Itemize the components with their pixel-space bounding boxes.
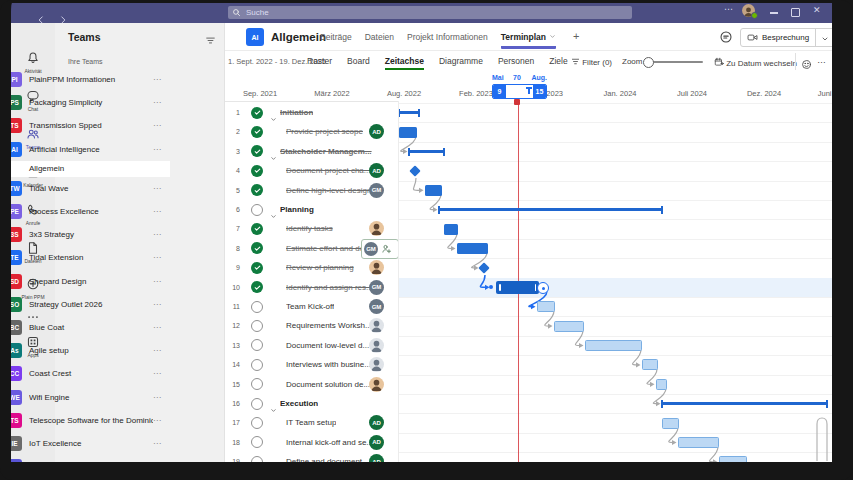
- filter-icon[interactable]: [205, 32, 216, 50]
- team-item[interactable]: IEIoT Excellence⋯: [0, 432, 170, 455]
- team-more-icon[interactable]: ⋯: [153, 230, 162, 239]
- task-status-circle[interactable]: [251, 378, 263, 390]
- task-row[interactable]: 12Requirements Worksh...: [225, 316, 398, 335]
- task-status-circle[interactable]: [251, 107, 263, 119]
- back-icon[interactable]: [36, 11, 46, 21]
- search-input[interactable]: [244, 7, 448, 18]
- gantt-bar[interactable]: [425, 185, 442, 196]
- gantt-bar[interactable]: [642, 359, 658, 370]
- smiley-icon[interactable]: [801, 56, 812, 74]
- zoom-slider-knob[interactable]: [643, 57, 654, 68]
- task-status-circle[interactable]: [251, 204, 263, 216]
- task-row[interactable]: 13Document low-level d...: [225, 336, 398, 355]
- titlebar-more-icon[interactable]: ⋯: [724, 4, 734, 14]
- team-more-icon[interactable]: ⋯: [153, 439, 162, 448]
- task-status-circle[interactable]: [251, 281, 263, 293]
- team-more-icon[interactable]: ⋯: [153, 121, 162, 130]
- task-row[interactable]: 8Estimate effort and de...GM: [225, 239, 398, 258]
- task-row[interactable]: 15Document solution de...: [225, 375, 398, 394]
- task-row[interactable]: 7Identify tasks: [225, 219, 398, 238]
- team-more-icon[interactable]: ⋯: [153, 346, 162, 355]
- assign-hover-box[interactable]: GM: [361, 239, 398, 259]
- team-item[interactable]: TWTidal Wave⋯: [0, 177, 170, 200]
- task-status-circle[interactable]: [251, 339, 263, 351]
- task-status-circle[interactable]: [251, 301, 263, 313]
- summary-bar[interactable]: [409, 150, 444, 153]
- team-item[interactable]: PSPackaging Simplicity⋯: [0, 91, 170, 114]
- team-item[interactable]: TETidal Extension⋯: [0, 246, 170, 269]
- task-row[interactable]: 17IT Team setupAD: [225, 413, 398, 432]
- search-bar[interactable]: [228, 6, 632, 19]
- gantt-bar[interactable]: [457, 243, 488, 254]
- task-status-circle[interactable]: [251, 320, 263, 332]
- team-more-icon[interactable]: ⋯: [153, 416, 162, 425]
- task-row[interactable]: 16Execution: [225, 394, 398, 413]
- gantt-bar[interactable]: [656, 379, 667, 390]
- task-status-circle[interactable]: [251, 145, 263, 157]
- gantt-bar[interactable]: [585, 340, 642, 351]
- gantt-bar[interactable]: [662, 418, 679, 429]
- team-item[interactable]: TSTransmission Spped⋯: [0, 114, 170, 137]
- team-more-icon[interactable]: ⋯: [153, 277, 162, 286]
- view-board[interactable]: Board: [347, 56, 370, 70]
- task-row[interactable]: 9Review of planning: [225, 258, 398, 277]
- view-personen[interactable]: Personen: [498, 56, 534, 70]
- task-row[interactable]: 18Internal kick-off and se...AD: [225, 433, 398, 452]
- goto-date-button[interactable]: Zu Datum wechseln: [714, 57, 797, 68]
- drag-handle-end[interactable]: [535, 284, 537, 291]
- forward-icon[interactable]: [58, 11, 68, 21]
- minimize-button[interactable]: [770, 12, 778, 14]
- team-item[interactable]: AIArtificial Intelligence⋯: [0, 138, 170, 161]
- add-tab-button[interactable]: +: [573, 30, 579, 42]
- view-raster[interactable]: Raster: [307, 56, 332, 70]
- gantt-bar[interactable]: [719, 456, 747, 462]
- task-status-circle[interactable]: [251, 126, 263, 138]
- task-status-circle[interactable]: [251, 436, 263, 448]
- tab-dateien[interactable]: Dateien: [365, 32, 394, 42]
- gantt-bar-selected[interactable]: [496, 281, 539, 294]
- close-button[interactable]: ✕: [813, 5, 821, 15]
- view-ziele[interactable]: Ziele: [549, 56, 567, 70]
- task-status-circle[interactable]: [251, 262, 263, 274]
- meeting-dropdown-icon[interactable]: [816, 29, 834, 47]
- team-item[interactable]: SOStrategy Outlet 2026⋯: [0, 293, 170, 316]
- task-status-circle[interactable]: [251, 456, 263, 462]
- task-status-circle[interactable]: [251, 184, 263, 196]
- task-status-circle[interactable]: [251, 359, 263, 371]
- today-marker[interactable]: [514, 99, 520, 105]
- team-more-icon[interactable]: ⋯: [153, 184, 162, 193]
- task-status-circle[interactable]: [251, 398, 263, 410]
- view-zeitachse[interactable]: Zeitachse: [385, 56, 424, 70]
- chat-bubble-icon[interactable]: [719, 30, 733, 48]
- team-item[interactable]: PIPlainPPM Informationen⋯: [0, 68, 170, 91]
- task-row[interactable]: 19Define and document ...AD: [225, 452, 398, 462]
- gantt-bar[interactable]: [444, 224, 458, 235]
- team-item[interactable]: SDShepard Design⋯: [0, 270, 170, 293]
- team-item[interactable]: 3S3x3 Strategy⋯: [0, 223, 170, 246]
- team-item[interactable]: CCCoast Crest⋯: [0, 362, 170, 385]
- filter-button[interactable]: Filter (0): [571, 57, 612, 67]
- task-row[interactable]: 1Initiation: [225, 103, 398, 122]
- drag-handle-start[interactable]: [499, 284, 501, 291]
- team-more-icon[interactable]: ⋯: [153, 393, 162, 402]
- team-item[interactable]: [0, 455, 170, 478]
- summary-bar[interactable]: [662, 402, 827, 405]
- task-row[interactable]: 11Team Kick-offGM: [225, 297, 398, 316]
- task-row[interactable]: 14Interviews with busine...: [225, 355, 398, 374]
- gantt-bar[interactable]: [399, 127, 417, 138]
- task-status-circle[interactable]: [251, 165, 263, 177]
- channel-item-allgemein[interactable]: Allgemein: [0, 161, 170, 177]
- team-more-icon[interactable]: ⋯: [153, 145, 162, 154]
- gantt-bar[interactable]: [537, 301, 555, 312]
- task-row[interactable]: 6Planning: [225, 200, 398, 219]
- team-item[interactable]: AsAgile setup⋯: [0, 339, 170, 362]
- team-more-icon[interactable]: ⋯: [153, 207, 162, 216]
- tab-projekt-informationen[interactable]: Projekt Informationen: [407, 32, 488, 42]
- tab-terminplan[interactable]: Terminplan: [501, 32, 556, 49]
- task-status-circle[interactable]: [251, 223, 263, 235]
- task-status-circle[interactable]: [251, 242, 263, 254]
- team-more-icon[interactable]: ⋯: [153, 75, 162, 84]
- maximize-button[interactable]: [791, 8, 800, 17]
- task-row[interactable]: 2Provide project scopeAD: [225, 122, 398, 141]
- view-diagramme[interactable]: Diagramme: [439, 56, 483, 70]
